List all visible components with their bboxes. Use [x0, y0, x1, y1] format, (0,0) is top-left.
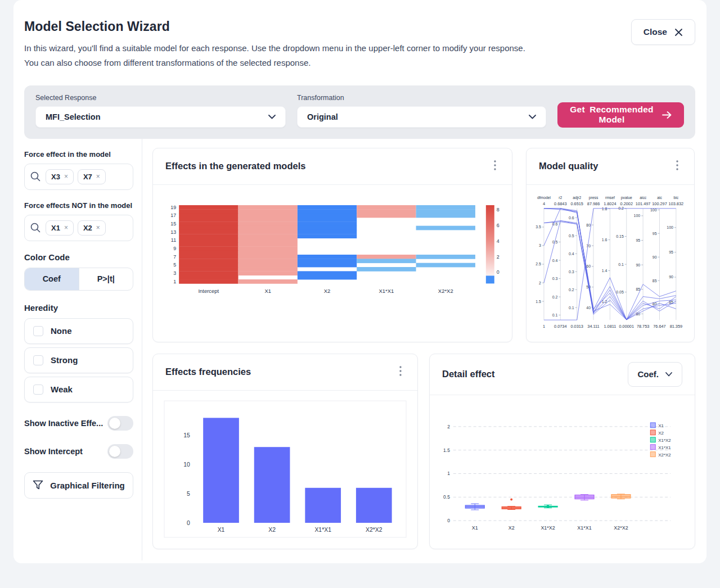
chip-label: X7: [83, 173, 92, 181]
transformation-dropdown[interactable]: Original: [297, 106, 546, 128]
svg-text:X2: X2: [658, 430, 664, 435]
svg-text:rmsef: rmsef: [605, 195, 615, 199]
force-in-input[interactable]: X3×X7×: [24, 164, 133, 190]
svg-text:100: 100: [634, 214, 641, 218]
kebab-menu-icon[interactable]: [490, 159, 500, 174]
color-code-option-coef[interactable]: Coef: [25, 268, 79, 290]
svg-text:0.1: 0.1: [569, 305, 574, 309]
force-not-chip-x1[interactable]: X1×: [46, 220, 74, 236]
checkbox-unchecked[interactable]: [33, 385, 43, 395]
svg-text:81.359: 81.359: [670, 324, 682, 329]
svg-text:80: 80: [586, 223, 591, 227]
svg-text:11: 11: [171, 237, 176, 243]
force-in-chip-x7[interactable]: X7×: [78, 169, 106, 184]
svg-text:1.5: 1.5: [536, 299, 541, 303]
svg-text:bic: bic: [674, 195, 679, 199]
svg-text:0: 0: [447, 518, 450, 523]
svg-text:1.5: 1.5: [443, 447, 450, 453]
effects-models-card: Effects in the generated models 19171513…: [152, 148, 512, 342]
close-button-label: Close: [644, 27, 667, 37]
detail-effect-title: Detail effect: [442, 369, 495, 379]
chevron-down-icon: [665, 372, 672, 377]
svg-text:0.6843: 0.6843: [554, 201, 566, 206]
svg-text:press: press: [589, 195, 598, 200]
svg-text:1: 1: [447, 471, 450, 476]
svg-text:78.753: 78.753: [637, 324, 649, 329]
show-intercept-toggle[interactable]: [107, 444, 133, 459]
filters-sidebar: Force effect in the model X3×X7× Force e…: [14, 139, 142, 560]
svg-text:X2*X2: X2*X2: [614, 525, 628, 531]
page-title: Model Selection Wizard: [24, 19, 695, 34]
show-intercept-row: Show Intercept: [24, 444, 133, 459]
svg-text:7: 7: [173, 254, 176, 259]
color-code-option-pt[interactable]: P>|t|: [79, 268, 133, 290]
effects-frequencies-bar-chart[interactable]: 051015X1X2X1*X1X2*X2: [162, 399, 408, 540]
svg-text:2: 2: [497, 254, 500, 259]
chip-remove-icon[interactable]: ×: [64, 173, 68, 180]
svg-text:0: 0: [187, 519, 190, 526]
chip-remove-icon[interactable]: ×: [64, 224, 68, 232]
heredity-option-label: None: [51, 326, 72, 336]
model-quality-parallel-coordinates[interactable]: dfmodel413.532.521.5r20.68430.07340.60.5…: [534, 194, 686, 333]
search-icon: [30, 171, 41, 182]
effects-heatmap-chart[interactable]: 191715131197531InterceptX1X2X1*X1X2*X286…: [159, 200, 506, 334]
svg-text:15: 15: [170, 220, 176, 226]
svg-text:95: 95: [652, 231, 657, 235]
checkbox-unchecked[interactable]: [33, 326, 43, 336]
heredity-option-none[interactable]: None: [24, 318, 133, 344]
svg-text:X1*X1: X1*X1: [658, 445, 671, 450]
svg-text:1.6: 1.6: [602, 238, 608, 242]
svg-text:0.0313: 0.0313: [570, 324, 583, 329]
svg-text:X1: X1: [472, 525, 478, 531]
wizard-body: Force effect in the model X3×X7× Force e…: [14, 139, 706, 560]
svg-text:3: 3: [173, 270, 176, 276]
svg-text:0.5: 0.5: [443, 494, 450, 500]
svg-text:X1: X1: [218, 526, 225, 532]
color-code-segmented-control: Coef P>|t|: [24, 268, 133, 291]
show-inactive-toggle[interactable]: [107, 416, 133, 431]
svg-text:0.2002: 0.2002: [620, 201, 633, 206]
close-button[interactable]: Close: [631, 19, 695, 45]
effects-frequencies-card: Effects frequencies 051015X1X2X1*X1X2*X2: [152, 354, 418, 549]
svg-text:90: 90: [652, 255, 657, 259]
force-not-chips: X1×X2×: [46, 220, 106, 236]
kebab-menu-icon[interactable]: [673, 159, 682, 174]
selected-response-dropdown[interactable]: MFI_Selection: [35, 106, 286, 128]
get-recommended-model-button[interactable]: Get Recommended Model: [557, 102, 684, 128]
chip-remove-icon[interactable]: ×: [96, 173, 100, 180]
svg-text:1.0811: 1.0811: [604, 324, 616, 329]
detail-effect-box-plot[interactable]: 00.511.52X1X2X1*X2X1*X1X2*X2X1X2X1*X2X1*…: [431, 410, 688, 541]
effects-models-title: Effects in the generated models: [165, 161, 305, 171]
svg-text:0.15: 0.15: [616, 234, 624, 238]
force-not-label: Force effects NOT in the model: [24, 201, 133, 210]
model-selection-wizard: Model Selection Wizard In this wizard, y…: [14, 0, 706, 563]
force-in-chips: X3×X7×: [46, 169, 106, 184]
checkbox-unchecked[interactable]: [33, 355, 43, 365]
transformation-value: Original: [307, 112, 338, 121]
force-not-chip-x2[interactable]: X2×: [78, 220, 106, 236]
force-not-input[interactable]: X1×X2×: [24, 215, 133, 241]
graphical-filtering-button[interactable]: Graphical Filtering: [24, 472, 133, 499]
svg-text:10: 10: [183, 461, 190, 467]
svg-text:70: 70: [586, 243, 591, 247]
svg-text:X2*X2: X2*X2: [658, 452, 671, 457]
selected-response-field: Selected Response MFI_Selection: [35, 94, 286, 128]
svg-text:2: 2: [539, 281, 541, 284]
svg-text:3.5: 3.5: [536, 225, 541, 229]
svg-text:0.5: 0.5: [569, 233, 574, 237]
chip-remove-icon[interactable]: ×: [96, 224, 100, 232]
detail-effect-metric-dropdown[interactable]: Coef.: [628, 362, 683, 387]
heredity-option-label: Strong: [51, 355, 78, 365]
svg-text:X1*X1: X1*X1: [379, 288, 394, 294]
heredity-option-strong[interactable]: Strong: [24, 347, 133, 373]
wizard-description: In this wizard, you'll find a suitable m…: [24, 41, 620, 71]
force-in-chip-x3[interactable]: X3×: [46, 169, 74, 184]
svg-text:dfmodel: dfmodel: [537, 195, 551, 199]
filter-funnel-icon: [33, 480, 43, 490]
heredity-option-weak[interactable]: Weak: [24, 377, 133, 402]
wizard-header: Model Selection Wizard In this wizard, y…: [14, 0, 706, 139]
kebab-menu-icon[interactable]: [396, 365, 405, 379]
svg-text:87.986: 87.986: [587, 201, 600, 206]
svg-text:40: 40: [586, 306, 591, 310]
svg-text:17: 17: [170, 212, 176, 218]
